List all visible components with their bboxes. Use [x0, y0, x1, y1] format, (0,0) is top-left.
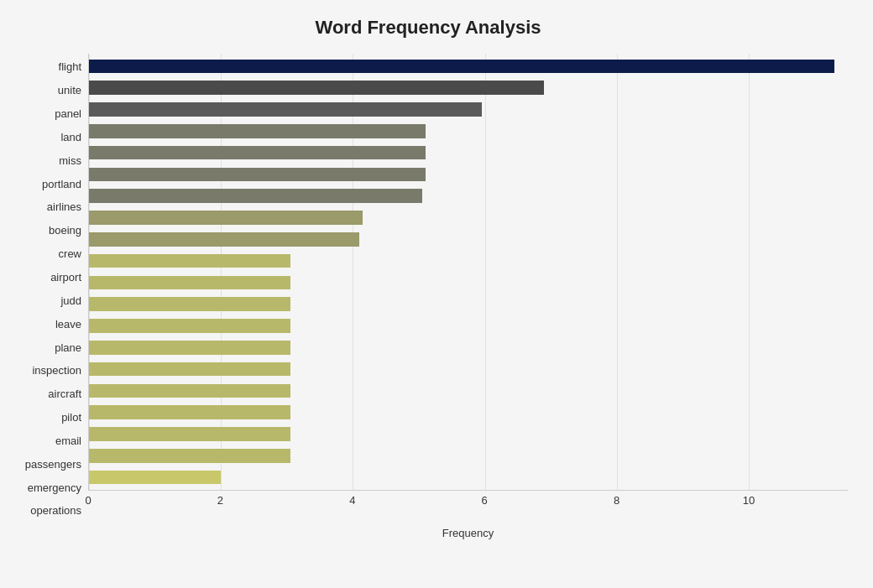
bar-row-miss	[89, 142, 848, 164]
bar-miss	[89, 146, 426, 160]
x-tick-4: 4	[349, 494, 355, 507]
bar-email	[89, 405, 290, 419]
bar-row-emergency	[89, 445, 848, 466]
bar-unite	[89, 81, 544, 95]
y-label-passengers: passengers	[25, 459, 81, 470]
bar-passengers	[89, 427, 290, 441]
bar-flight	[89, 60, 834, 74]
bar-row-operations	[89, 466, 848, 488]
bar-pilot	[89, 384, 290, 398]
bar-row-land	[89, 120, 848, 142]
x-axis: Frequency 0246810	[88, 491, 848, 524]
x-tick-2: 2	[217, 494, 223, 507]
bar-airport	[89, 254, 290, 268]
y-label-miss: miss	[59, 155, 81, 166]
x-tick-0: 0	[85, 494, 91, 507]
bar-row-passengers	[89, 424, 848, 445]
bar-row-boeing	[89, 207, 848, 229]
bar-portland	[89, 168, 426, 182]
bar-judd	[89, 276, 290, 290]
y-label-airlines: airlines	[47, 201, 81, 212]
y-label-portland: portland	[42, 179, 81, 190]
x-tick-8: 8	[614, 494, 619, 507]
bar-row-unite	[89, 77, 848, 99]
bar-crew	[89, 232, 359, 247]
chart-container: Word Frequency Analysis flightunitepanel…	[0, 0, 873, 588]
bar-row-aircraft	[89, 358, 848, 380]
bar-airlines	[89, 189, 422, 203]
bar-row-inspection	[89, 336, 848, 358]
y-label-pilot: pilot	[61, 412, 81, 423]
bar-aircraft	[89, 362, 290, 377]
y-label-email: email	[55, 435, 81, 446]
y-label-emergency: emergency	[28, 482, 81, 493]
y-label-plane: plane	[55, 342, 81, 353]
y-label-aircraft: aircraft	[48, 388, 81, 399]
y-label-operations: operations	[30, 505, 81, 516]
bar-emergency	[89, 449, 290, 463]
bar-row-leave	[89, 294, 848, 315]
bar-row-airport	[89, 250, 848, 272]
bar-boeing	[89, 211, 363, 225]
y-label-judd: judd	[60, 295, 81, 306]
bar-row-pilot	[89, 380, 848, 402]
bar-operations	[89, 471, 221, 485]
bars-area	[88, 54, 848, 491]
bar-row-panel	[89, 99, 848, 121]
y-label-panel: panel	[55, 108, 81, 119]
chart-area: flightunitepanellandmissportlandairlines…	[8, 54, 848, 524]
bar-row-plane	[89, 315, 848, 337]
bar-row-airlines	[89, 185, 848, 207]
bar-row-flight	[89, 55, 848, 77]
bar-row-email	[89, 402, 848, 424]
x-tick-6: 6	[482, 494, 488, 507]
bar-row-judd	[89, 272, 848, 294]
y-label-unite: unite	[58, 85, 81, 96]
x-tick-10: 10	[743, 494, 755, 507]
y-labels: flightunitepanellandmissportlandairlines…	[8, 54, 88, 524]
bar-land	[89, 124, 426, 138]
bar-inspection	[89, 341, 290, 355]
bar-row-crew	[89, 228, 848, 250]
bar-plane	[89, 319, 290, 333]
y-label-leave: leave	[55, 319, 81, 330]
bar-panel	[89, 102, 482, 117]
y-label-inspection: inspection	[32, 365, 81, 376]
y-label-boeing: boeing	[49, 225, 81, 236]
chart-title: Word Frequency Analysis	[8, 17, 848, 39]
y-label-flight: flight	[59, 61, 81, 72]
x-axis-label: Frequency	[88, 527, 848, 539]
bar-row-portland	[89, 164, 848, 185]
y-label-land: land	[60, 132, 81, 143]
y-label-crew: crew	[59, 248, 81, 259]
y-label-airport: airport	[50, 272, 81, 283]
bar-leave	[89, 297, 290, 311]
bars-and-xaxis: Frequency 0246810	[88, 54, 848, 524]
